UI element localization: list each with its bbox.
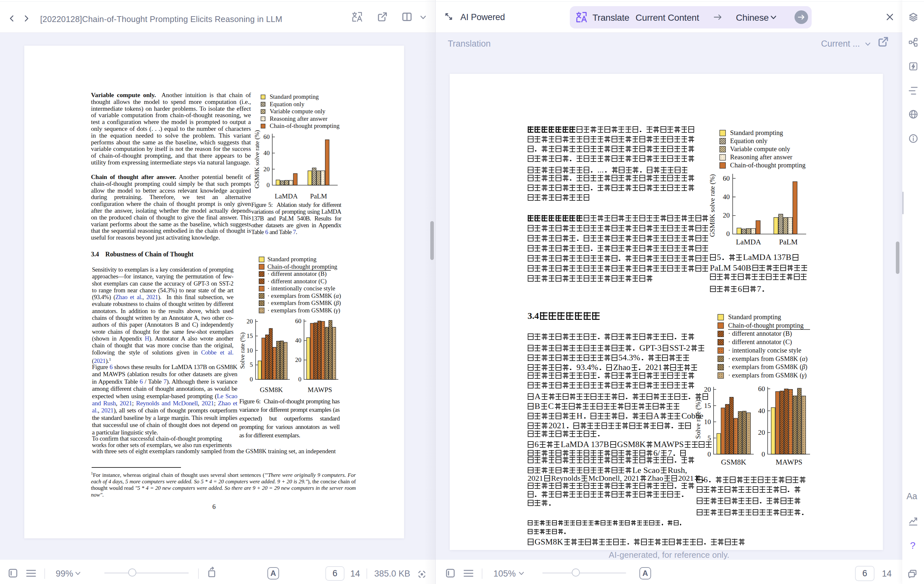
svg-text:LaMDA: LaMDA [736,238,761,246]
svg-text:Chain-of-thought prompting: Chain-of-thought prompting [270,122,340,129]
svg-text:40: 40 [758,407,766,415]
svg-text:15: 15 [247,332,253,339]
svg-text:20: 20 [295,356,302,363]
svg-text:Equation only: Equation only [730,137,767,145]
svg-text:40: 40 [723,193,730,201]
svg-text:0: 0 [726,230,730,238]
svg-text:GSM8K solve rate (%): GSM8K solve rate (%) [254,130,261,188]
svg-text:GSM8K solve rate (%): GSM8K solve rate (%) [708,174,716,237]
svg-text:· different annotator (C): · different annotator (C) [267,278,327,285]
svg-text:60: 60 [723,175,730,182]
svg-text:Solve rate (%): Solve rate (%) [239,332,246,369]
svg-text:Equation only: Equation only [270,101,305,107]
svg-text:· different annotator (C): · different annotator (C) [728,338,792,346]
svg-text:· exemplars from GSM8K (γ): · exemplars from GSM8K (γ) [728,372,807,379]
svg-text:GSM8K: GSM8K [260,386,283,394]
svg-text:40: 40 [264,150,270,156]
svg-text:LaMDA: LaMDA [274,192,298,200]
svg-text:60: 60 [758,385,766,393]
svg-text:Reasoning after answer: Reasoning after answer [730,153,792,161]
svg-text:Standard prompting: Standard prompting [270,93,319,100]
svg-text:20: 20 [758,429,766,436]
svg-text:· intentionally concise style: · intentionally concise style [728,347,801,354]
svg-text:0: 0 [708,450,711,458]
svg-text:Chain-of-thought prompting: Chain-of-thought prompting [730,162,805,169]
svg-text:GSM8K: GSM8K [721,458,746,466]
svg-text:0: 0 [761,450,765,458]
svg-text:MAWPS: MAWPS [776,458,803,466]
svg-text:Reasoning after answer: Reasoning after answer [270,115,328,122]
svg-text:Standard prompting: Standard prompting [728,313,781,321]
svg-text:· intentionally concise style: · intentionally concise style [267,285,335,292]
svg-text:· exemplars from GSM8K (α): · exemplars from GSM8K (α) [267,292,341,299]
svg-text:· different annotator (B): · different annotator (B) [267,270,327,277]
svg-text:MAWPS: MAWPS [308,386,332,394]
svg-text:Standard prompting: Standard prompting [267,256,317,262]
svg-text:0: 0 [250,376,253,383]
svg-text:60: 60 [295,318,302,324]
svg-text:Standard prompting: Standard prompting [730,129,783,137]
svg-text:Variable compute only: Variable compute only [730,145,790,153]
svg-text:· different annotator (B): · different annotator (B) [728,330,792,337]
svg-text:0: 0 [298,376,302,383]
svg-text:60: 60 [264,134,270,140]
svg-text:PaLM: PaLM [310,192,327,200]
svg-text:10: 10 [704,418,711,426]
svg-text:20: 20 [247,318,253,325]
svg-text:Solve rate (%): Solve rate (%) [694,399,702,439]
svg-text:20: 20 [264,166,270,173]
svg-text:PaLM: PaLM [779,238,798,246]
svg-text:20: 20 [723,211,730,219]
svg-text:20: 20 [704,386,711,393]
svg-text:· exemplars from GSM8K (α): · exemplars from GSM8K (α) [728,355,807,363]
svg-text:· exemplars from GSM8K (β): · exemplars from GSM8K (β) [267,299,341,307]
svg-text:0: 0 [266,181,270,188]
svg-text:Variable compute only: Variable compute only [270,108,326,115]
svg-text:15: 15 [704,402,711,409]
svg-text:· exemplars from GSM8K (γ): · exemplars from GSM8K (γ) [267,307,340,314]
svg-text:40: 40 [295,337,302,344]
svg-text:· exemplars from GSM8K (β): · exemplars from GSM8K (β) [728,363,807,371]
svg-text:5: 5 [250,361,253,368]
svg-text:10: 10 [247,347,253,354]
svg-text:Chain-of-thought prompting: Chain-of-thought prompting [267,263,337,270]
svg-text:Chain-of-thought prompting: Chain-of-thought prompting [728,322,804,329]
svg-text:5: 5 [708,434,711,442]
